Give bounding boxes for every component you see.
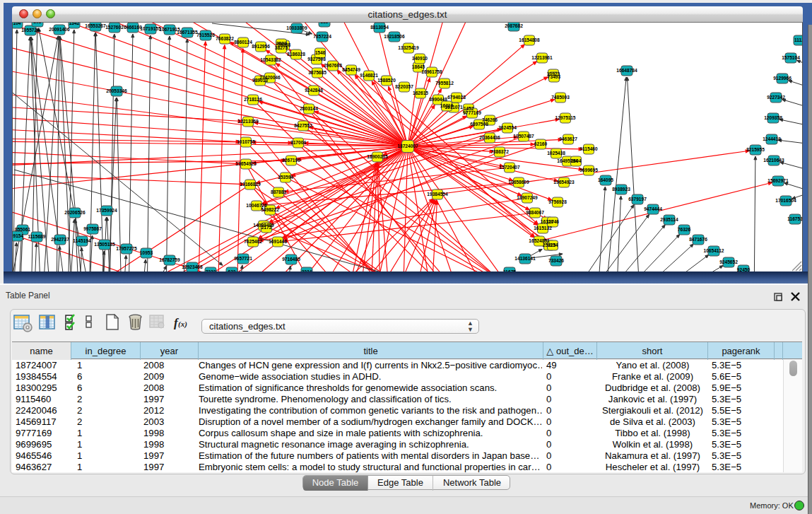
svg-text:7323: 7323 [206,269,216,271]
svg-text:19654923: 19654923 [553,180,575,185]
svg-text:2803144: 2803144 [300,106,318,111]
svg-text:62160: 62160 [534,141,548,146]
svg-text:19384554: 19384554 [427,192,448,197]
svg-text:17359924: 17359924 [96,208,117,213]
svg-text:8813054: 8813054 [370,25,389,30]
svg-text:16553267: 16553267 [85,23,106,28]
svg-text:1055724: 1055724 [21,28,40,33]
svg-text:7485003: 7485003 [551,95,570,100]
svg-text:2942737: 2942737 [51,237,69,242]
svg-text:10654112: 10654112 [704,248,724,253]
svg-text:20053346: 20053346 [106,88,127,93]
svg-text:17016504: 17016504 [775,198,796,203]
svg-text:7386372: 7386372 [490,149,509,154]
svg-text:8912956: 8912956 [252,44,270,49]
svg-text:12213961: 12213961 [531,55,553,60]
svg-text:1112: 1112 [794,37,802,42]
svg-text:9146821: 9146821 [360,73,378,78]
svg-text:817004: 817004 [290,140,306,145]
svg-text:20091406: 20091406 [49,27,70,32]
svg-text:887883: 887883 [271,189,286,194]
svg-text:16319: 16319 [440,103,454,108]
svg-text:203: 203 [33,23,41,24]
svg-text:1025438: 1025438 [547,151,565,156]
svg-text:2935114: 2935114 [660,217,678,222]
svg-text:2172: 2172 [261,225,272,230]
svg-text:6466160: 6466160 [124,25,142,30]
svg-text:1342: 1342 [69,23,80,25]
svg-text:15720407: 15720407 [499,165,520,170]
svg-text:2324: 2324 [302,269,312,271]
svg-text:9474444: 9474444 [644,206,662,211]
svg-text:8267190: 8267190 [282,158,300,163]
svg-text:633: 633 [228,269,235,271]
svg-text:9463627: 9463627 [559,136,577,141]
svg-text:733426: 733426 [548,258,564,263]
svg-text:9242848: 9242848 [305,88,323,93]
svg-text:20206526: 20206526 [64,210,86,215]
svg-text:18724007: 18724007 [397,144,418,148]
svg-text:5498222: 5498222 [261,207,279,212]
svg-text:11675: 11675 [503,269,516,271]
svg-text:38275: 38275 [275,45,288,50]
svg-text:2967608: 2967608 [324,63,342,68]
svg-text:9254: 9254 [548,243,558,247]
svg-text:3624554: 3624554 [498,125,517,130]
svg-text:2087682: 2087682 [505,23,523,28]
svg-text:153594: 153594 [278,175,293,180]
svg-text:746266: 746266 [482,117,498,122]
svg-text:16210643: 16210643 [763,158,784,163]
svg-text:1145194: 1145194 [73,238,91,243]
svg-text:7357224: 7357224 [313,34,331,39]
svg-text:8220357: 8220357 [395,84,413,89]
svg-text:9699695: 9699695 [579,168,598,173]
svg-text:16671355: 16671355 [177,30,198,35]
svg-text:16961758: 16961758 [421,69,442,74]
svg-text:13505185: 13505185 [94,242,115,247]
svg-text:19654925: 19654925 [235,161,257,166]
svg-text:12213369: 12213369 [237,119,259,124]
svg-text:13325419: 13325419 [398,45,419,50]
svg-text:8454749: 8454749 [342,67,360,72]
svg-text:8938923: 8938923 [612,187,630,192]
svg-text:6379197: 6379197 [628,197,647,201]
svg-text:1575104: 1575104 [782,55,800,60]
svg-text:1527602: 1527602 [105,25,124,30]
svg-text:8471676: 8471676 [689,237,707,242]
svg-text:10033809: 10033809 [286,25,307,30]
svg-text:7663822: 7663822 [216,36,234,41]
svg-text:12975115: 12975115 [555,115,576,120]
svg-text:19166829: 19166829 [240,182,261,187]
svg-text:10719155: 10719155 [140,26,161,31]
svg-text:1244419: 1244419 [763,136,781,141]
svg-text:16782759: 16782759 [159,257,180,262]
svg-text:19218506: 19218506 [384,34,405,39]
svg-text:7625402: 7625402 [244,239,262,244]
svg-text:9657721: 9657721 [234,256,252,261]
svg-text:1604: 1604 [571,158,582,163]
svg-text:116753: 116753 [787,216,802,221]
svg-text:1546: 1546 [315,50,326,55]
svg-text:18645: 18645 [412,64,425,69]
svg-text:7955812: 7955812 [435,81,454,86]
svg-text:989013: 989013 [252,78,268,83]
svg-text:18900235: 18900235 [367,154,388,159]
svg-text:9884067: 9884067 [526,210,544,215]
svg-text:73493: 73493 [548,74,561,79]
svg-text:855061: 855061 [15,227,30,232]
svg-text:1615132: 1615132 [534,226,552,230]
svg-text:8215955: 8215955 [746,147,765,152]
svg-text:162615: 162615 [413,90,428,95]
svg-text:9129966: 9129966 [773,76,792,81]
svg-text:10953: 10953 [140,250,153,255]
svg-text:15692971: 15692971 [767,178,789,183]
svg-text:2718126: 2718126 [244,97,262,102]
svg-text:(x): (x) [178,320,187,329]
svg-text:10507487: 10507487 [513,134,534,139]
svg-text:164095: 164095 [598,177,613,182]
svg-text:9756928: 9756928 [548,199,567,204]
svg-text:11746: 11746 [546,219,559,224]
svg-text:9327508: 9327508 [307,57,326,62]
svg-text:9777169: 9777169 [463,110,481,115]
svg-text:8990448: 8990448 [429,97,447,102]
